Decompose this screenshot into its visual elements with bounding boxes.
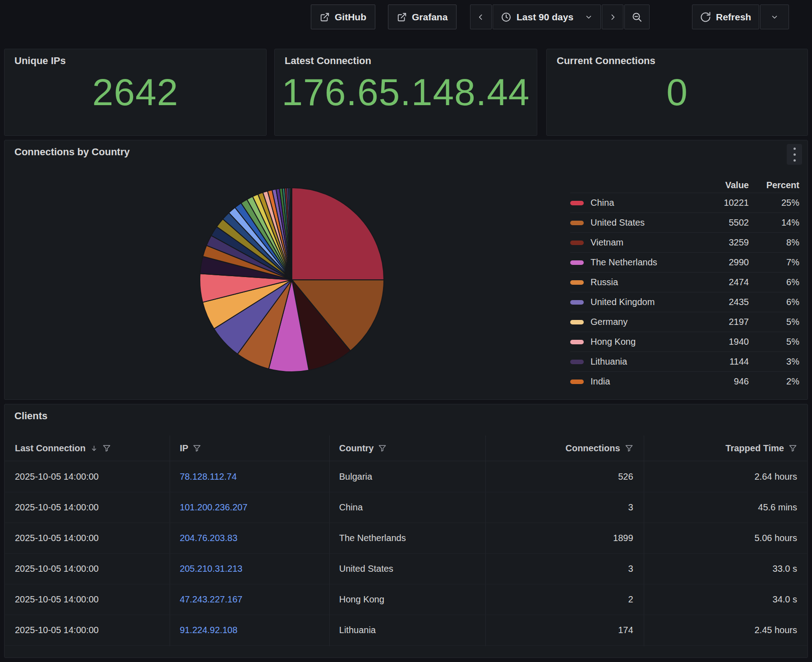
cell-last-connection: 2025-10-05 14:00:00 xyxy=(5,554,170,584)
legend-item-percent: 7% xyxy=(749,257,799,268)
column-header-last-connection[interactable]: Last Connection xyxy=(5,443,170,454)
cell-connections: 1899 xyxy=(485,523,643,553)
legend-item-label[interactable]: United Kingdom xyxy=(570,297,695,307)
legend-item-percent: 5% xyxy=(749,337,799,347)
legend-row: China1022125% xyxy=(570,193,799,213)
ip-link[interactable]: 91.224.92.108 xyxy=(180,625,237,635)
chevron-down-icon xyxy=(585,13,593,21)
zoom-out-time-button[interactable] xyxy=(624,5,650,29)
refresh-interval-dropdown[interactable] xyxy=(760,5,789,29)
time-shift-forward-button[interactable] xyxy=(602,5,623,29)
legend-item-value: 946 xyxy=(695,376,749,387)
cell-trapped-time: 2.64 hours xyxy=(643,462,807,492)
cell-connections: 3 xyxy=(485,492,643,523)
legend-color-chip xyxy=(570,201,584,205)
cell-ip: 47.243.227.167 xyxy=(170,584,329,615)
cell-last-connection: 2025-10-05 14:00:00 xyxy=(5,615,170,645)
time-range-controls: Last 90 days xyxy=(470,5,650,29)
ip-link[interactable]: 101.200.236.207 xyxy=(180,502,247,513)
legend-item-value: 5502 xyxy=(695,218,749,228)
panel-title[interactable]: Clients xyxy=(14,410,47,422)
legend-color-chip xyxy=(570,300,584,305)
legend-color-chip xyxy=(570,320,584,324)
column-header-country[interactable]: Country xyxy=(329,443,485,454)
cell-country: Lithuania xyxy=(329,615,485,645)
sort-desc-icon[interactable] xyxy=(90,444,98,452)
time-range-picker[interactable]: Last 90 days xyxy=(493,5,601,29)
stat-panel-unique-ips: Unique IPs 2642 xyxy=(4,49,267,136)
cell-connections: 526 xyxy=(485,462,643,492)
cell-trapped-time: 5.06 hours xyxy=(643,523,807,553)
filter-icon[interactable] xyxy=(102,444,111,453)
ip-link[interactable]: 205.210.31.213 xyxy=(180,564,242,574)
legend-item-percent: 6% xyxy=(749,297,799,307)
legend-item-label[interactable]: Russia xyxy=(570,277,695,287)
time-shift-back-button[interactable] xyxy=(470,5,492,29)
pie-chart xyxy=(198,186,385,373)
legend-item-percent: 2% xyxy=(749,376,799,387)
ip-link[interactable]: 47.243.227.167 xyxy=(180,594,242,605)
refresh-button[interactable]: Refresh xyxy=(692,5,759,29)
grafana-button[interactable]: Grafana xyxy=(388,5,457,29)
legend-item-label[interactable]: Hong Kong xyxy=(570,337,695,347)
clients-table-body: 2025-10-05 14:00:0078.128.112.74Bulgaria… xyxy=(5,462,807,646)
clock-icon xyxy=(501,12,512,23)
legend-item-value: 2435 xyxy=(695,297,749,307)
external-link-icon xyxy=(320,12,330,22)
stat-value: 0 xyxy=(547,49,807,135)
column-header-connections[interactable]: Connections xyxy=(485,443,643,454)
legend-row: Vietnam32598% xyxy=(570,232,799,252)
column-header-trapped-time[interactable]: Trapped Time xyxy=(643,443,807,454)
legend-item-label[interactable]: Vietnam xyxy=(570,237,695,248)
legend-item-label[interactable]: Germany xyxy=(570,317,695,327)
grafana-button-label: Grafana xyxy=(412,12,448,23)
ip-link[interactable]: 78.128.112.74 xyxy=(180,472,236,482)
chevron-right-icon xyxy=(608,13,617,22)
legend-percent-header[interactable]: Percent xyxy=(749,180,799,190)
legend-header-row: Value Percent xyxy=(570,177,799,193)
legend-item-value: 10221 xyxy=(695,198,749,208)
legend-item-value: 2474 xyxy=(695,277,749,287)
cell-country: China xyxy=(329,492,485,523)
table-row: 2025-10-05 14:00:00204.76.203.83The Neth… xyxy=(5,523,807,554)
legend-color-chip xyxy=(570,221,584,225)
cell-last-connection: 2025-10-05 14:00:00 xyxy=(5,523,170,553)
legend-item-label[interactable]: The Netherlands xyxy=(570,257,695,268)
legend-item-label[interactable]: India xyxy=(570,376,695,387)
legend-color-chip xyxy=(570,260,584,265)
panel-title[interactable]: Connections by Country xyxy=(14,146,129,158)
cell-trapped-time: 34.0 s xyxy=(643,584,807,615)
table-row: 2025-10-05 14:00:0078.128.112.74Bulgaria… xyxy=(5,462,807,492)
cell-ip: 101.200.236.207 xyxy=(170,492,329,523)
filter-icon[interactable] xyxy=(378,444,387,453)
legend-color-chip xyxy=(570,340,584,344)
filter-icon[interactable] xyxy=(789,444,797,453)
legend-item-label[interactable]: Lithuania xyxy=(570,356,695,367)
legend-row: India9462% xyxy=(570,371,799,391)
pie-slice-china[interactable] xyxy=(292,188,384,280)
refresh-button-label: Refresh xyxy=(716,12,751,23)
refresh-icon xyxy=(700,12,711,23)
github-button-label: GitHub xyxy=(335,12,366,23)
cell-country: The Netherlands xyxy=(329,523,485,553)
table-row: 2025-10-05 14:00:00205.210.31.213United … xyxy=(5,554,807,584)
legend-row: Hong Kong19405% xyxy=(570,332,799,352)
column-header-ip[interactable]: IP xyxy=(170,443,329,454)
legend-item-label[interactable]: China xyxy=(570,198,695,208)
cell-connections: 3 xyxy=(485,554,643,584)
legend-value-header[interactable]: Value xyxy=(695,180,749,190)
panel-menu-kebab-icon[interactable] xyxy=(787,144,802,165)
cell-connections: 174 xyxy=(485,615,643,645)
cell-trapped-time: 2.45 hours xyxy=(643,615,807,645)
filter-icon[interactable] xyxy=(625,444,633,453)
cell-trapped-time: 33.0 s xyxy=(643,554,807,584)
clients-panel: Clients Last Connection IP Country Conne… xyxy=(4,404,808,658)
legend-item-label[interactable]: United States xyxy=(570,218,695,228)
filter-icon[interactable] xyxy=(193,444,201,453)
stat-panel-current-connections: Current Connections 0 xyxy=(546,49,808,136)
cell-ip: 204.76.203.83 xyxy=(170,523,329,553)
time-range-label: Last 90 days xyxy=(517,12,573,23)
ip-link[interactable]: 204.76.203.83 xyxy=(180,533,237,543)
github-button[interactable]: GitHub xyxy=(311,5,375,29)
legend-row: The Netherlands29907% xyxy=(570,252,799,272)
